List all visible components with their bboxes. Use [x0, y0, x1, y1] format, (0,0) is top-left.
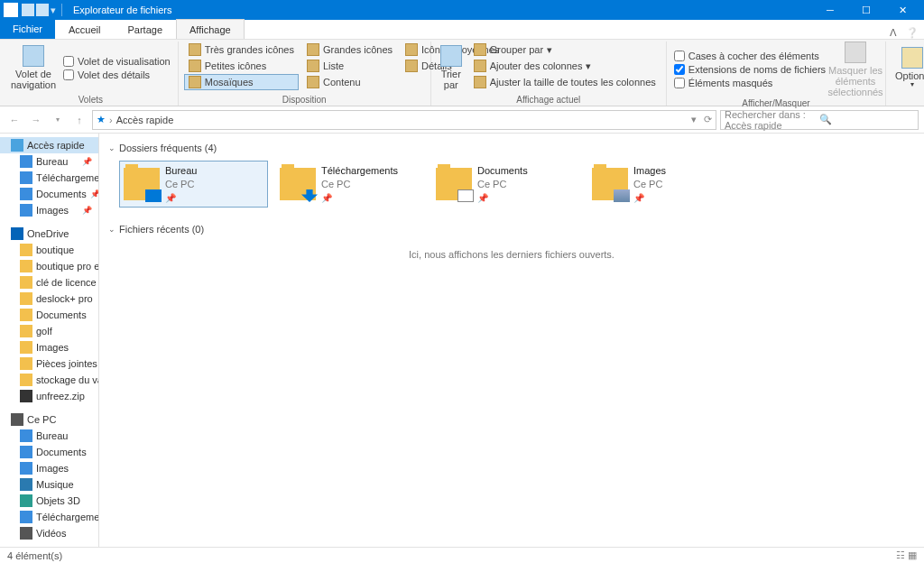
maximize-button[interactable]: ☐: [848, 0, 884, 20]
sidebar-item[interactable]: Images: [0, 460, 98, 476]
sidebar-item[interactable]: Bureau📌: [0, 153, 98, 170]
sidebar-item[interactable]: Objets 3D: [0, 493, 98, 509]
overlay-icon: [145, 189, 162, 202]
pin-icon: 📌: [165, 192, 197, 204]
sidebar[interactable]: Accès rapide Bureau📌Téléchargemen📌Docume…: [0, 134, 99, 547]
sidebar-item[interactable]: Téléchargement: [0, 509, 98, 525]
nav-pane-label: Volet de navigation: [11, 69, 56, 90]
path-segment[interactable]: Accès rapide: [116, 115, 174, 125]
options-button[interactable]: Options ▾: [892, 42, 924, 94]
tab-view[interactable]: Affichage: [176, 19, 245, 39]
tab-home[interactable]: Accueil: [55, 19, 114, 39]
sidebar-item[interactable]: Documents📌: [0, 186, 98, 202]
body: Accès rapide Bureau📌Téléchargemen📌Docume…: [0, 134, 924, 547]
sidebar-quick-access[interactable]: Accès rapide: [0, 137, 98, 153]
checkbox[interactable]: [674, 78, 685, 88]
layout-tiles[interactable]: Mosaïques: [184, 74, 299, 90]
sidebar-item[interactable]: golf: [0, 323, 98, 339]
folder-tile[interactable]: Documents Ce PC 📌: [431, 161, 580, 208]
hide-icon: [845, 42, 866, 63]
options-label: Options: [895, 70, 924, 81]
recent-empty-message: Ici, nous affichons les derniers fichier…: [108, 249, 915, 260]
qat-icon[interactable]: [36, 4, 49, 16]
item-count: 4 élément(s): [7, 550, 62, 561]
sidebar-onedrive[interactable]: OneDrive: [0, 226, 98, 242]
sidebar-this-pc[interactable]: Ce PC: [0, 411, 98, 428]
hide-selected-button[interactable]: Masquer les éléments sélectionnés: [831, 42, 880, 97]
folder-icon: [20, 244, 32, 256]
sidebar-item[interactable]: boutique pro ese: [0, 258, 98, 274]
pin-icon: 📌: [82, 206, 95, 215]
sidebar-item[interactable]: Documents: [0, 307, 98, 323]
folder-tile[interactable]: Téléchargements Ce PC 📌: [275, 161, 424, 208]
hidden-items-toggle[interactable]: Éléments masqués: [672, 77, 827, 89]
minimize-button[interactable]: ─: [812, 0, 848, 20]
sidebar-item[interactable]: Pièces jointes: [0, 355, 98, 372]
add-columns-button[interactable]: Ajouter des colonnes ▾: [469, 58, 661, 74]
help-icon[interactable]: ❔: [906, 27, 919, 39]
folder-icon: [20, 309, 32, 321]
qat-dropdown-icon[interactable]: ▾: [51, 5, 56, 16]
sort-label: Trier par: [441, 69, 461, 90]
group-label: Disposition: [184, 94, 425, 106]
tab-share[interactable]: Partage: [114, 19, 176, 39]
layout-lg-icons[interactable]: Grandes icônes: [302, 42, 397, 58]
tile-subtitle: Ce PC: [165, 178, 197, 190]
up-button[interactable]: ↑: [70, 111, 88, 129]
address-bar[interactable]: ★ › Accès rapide ▾ ⟳: [92, 110, 716, 130]
folder-tile[interactable]: Bureau Ce PC 📌: [119, 161, 268, 208]
close-button[interactable]: ✕: [884, 0, 920, 20]
details-pane-toggle[interactable]: Volet des détails: [61, 69, 172, 81]
sidebar-item[interactable]: Téléchargemen📌: [0, 170, 98, 186]
checkbox[interactable]: [674, 64, 685, 75]
path-sep: ›: [109, 115, 113, 125]
sidebar-item[interactable]: Bureau: [0, 428, 98, 444]
sidebar-item[interactable]: Documents: [0, 444, 98, 460]
sidebar-item[interactable]: stockage du valo: [0, 372, 98, 388]
recent-files-header[interactable]: ⌄ Fichiers récents (0): [108, 224, 915, 235]
sidebar-item[interactable]: Vidéos: [0, 525, 98, 541]
search-box[interactable]: Rechercher dans : Accès rapide 🔍: [720, 110, 919, 130]
content-area[interactable]: ⌄ Dossiers fréquents (4) Bureau Ce PC 📌 …: [99, 134, 924, 547]
search-icon[interactable]: 🔍: [819, 114, 914, 125]
sidebar-item[interactable]: Images: [0, 339, 98, 355]
item-checkboxes-toggle[interactable]: Cases à cocher des éléments: [672, 50, 827, 62]
extensions-toggle[interactable]: Extensions de noms de fichiers: [672, 63, 827, 76]
folder-icon: [592, 168, 628, 200]
qat-icon[interactable]: [22, 4, 34, 16]
group-label: Affichage actuel: [437, 94, 661, 106]
layout-list[interactable]: Liste: [302, 58, 397, 74]
folder-icon: [20, 446, 32, 458]
frequent-folders-header[interactable]: ⌄ Dossiers fréquents (4): [108, 143, 915, 153]
folder-tile[interactable]: Images Ce PC 📌: [587, 161, 736, 208]
back-button[interactable]: ←: [5, 111, 23, 129]
layout-sm-icons[interactable]: Petites icônes: [184, 58, 299, 74]
pin-icon: 📌: [82, 157, 95, 166]
address-dropdown-icon[interactable]: ▾: [691, 114, 697, 125]
sidebar-item[interactable]: Musique: [0, 476, 98, 493]
group-by-button[interactable]: Grouper par ▾: [469, 42, 661, 58]
details-pane-checkbox[interactable]: [63, 69, 74, 80]
collapse-ribbon-icon[interactable]: ᐱ: [890, 27, 897, 39]
sidebar-item[interactable]: deslock+ pro: [0, 291, 98, 307]
folder-icon: [124, 168, 160, 200]
tiles-view-button[interactable]: ▦: [908, 549, 917, 561]
refresh-button[interactable]: ⟳: [704, 114, 712, 125]
layout-content[interactable]: Contenu: [302, 74, 397, 90]
layout-xl-icons[interactable]: Très grandes icônes: [184, 42, 299, 58]
forward-button[interactable]: →: [27, 111, 45, 129]
preview-pane-checkbox[interactable]: [63, 56, 74, 67]
size-columns-button[interactable]: Ajuster la taille de toutes les colonnes: [469, 74, 661, 90]
sidebar-item[interactable]: clé de licence bo: [0, 274, 98, 291]
preview-pane-toggle[interactable]: Volet de visualisation: [61, 55, 172, 68]
nav-pane-button[interactable]: Volet de navigation: [9, 42, 58, 94]
tab-file[interactable]: Fichier: [0, 19, 55, 39]
onedrive-icon: [11, 227, 23, 240]
sidebar-item[interactable]: boutique: [0, 242, 98, 258]
sort-button[interactable]: Trier par: [437, 42, 466, 94]
details-view-button[interactable]: ☷: [896, 549, 905, 561]
checkbox[interactable]: [674, 51, 685, 61]
sidebar-item[interactable]: unfreez.zip: [0, 388, 98, 404]
sidebar-item[interactable]: Images📌: [0, 202, 98, 218]
recent-dropdown[interactable]: ▾: [49, 111, 67, 129]
